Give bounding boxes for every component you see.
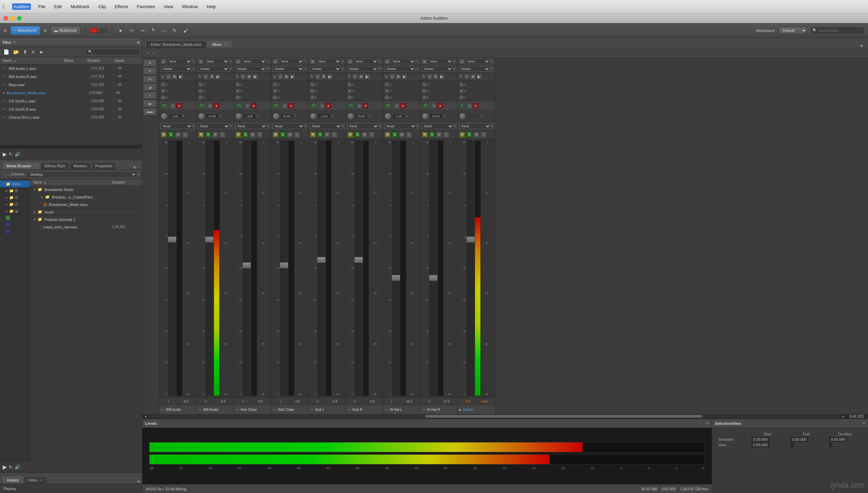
fx-edit-4[interactable]: ▶: [290, 74, 295, 79]
routing-record-9[interactable]: ●: [473, 103, 478, 109]
folder-music[interactable]: ► 📁 music: [31, 208, 142, 216]
insert-btn-3-8[interactable]: ○: [422, 95, 427, 100]
insert-btn-3-5[interactable]: ○: [310, 95, 315, 100]
tab-mixer[interactable]: Mixer ✕: [207, 41, 232, 48]
pan-arrow-6[interactable]: ▼: [368, 115, 371, 118]
search-input[interactable]: [810, 27, 865, 34]
fx-edit-8[interactable]: ▶: [439, 74, 445, 79]
tree-item-gi[interactable]: ► 📁 gi: [0, 208, 30, 214]
pan-value-5[interactable]: L100: [318, 114, 330, 119]
fader-track-6[interactable]: [355, 140, 362, 396]
tree-item-d1[interactable]: ► 📁 D: [0, 194, 30, 201]
pan-knob-8[interactable]: [422, 113, 429, 120]
media-loop-button[interactable]: ↻: [9, 464, 13, 470]
route-select-9[interactable]: Master: [459, 66, 490, 72]
levels-close[interactable]: ✕: [706, 421, 709, 425]
list-item[interactable]: ++ CH Synth.R.wav 2:58.000 44: [0, 105, 142, 113]
send-select-6[interactable]: None: [353, 59, 378, 64]
waveform-button[interactable]: ~ Waveform: [11, 26, 40, 35]
cursor-tool-icon[interactable]: ┖: [150, 27, 156, 34]
fx-add-3[interactable]: ▼: [246, 74, 252, 79]
fx-add-5[interactable]: ▼: [321, 74, 327, 79]
fx-toggle-3[interactable]: fx: [250, 132, 256, 138]
fx-toggle-5[interactable]: fx: [324, 132, 330, 138]
routing-record-3[interactable]: ●: [251, 103, 256, 109]
fx-add-2[interactable]: ▼: [209, 74, 215, 79]
pan-value-1[interactable]: L100: [169, 114, 181, 119]
menu-help[interactable]: Help: [205, 3, 217, 10]
tab-editor[interactable]: Editor: Breakdown_Mode.sesx: [146, 41, 206, 48]
view-end[interactable]: [790, 442, 794, 448]
input-btn-4[interactable]: I: [294, 132, 300, 138]
menu-window[interactable]: Window: [181, 3, 199, 10]
fader-handle-7[interactable]: [392, 275, 400, 281]
scroll-thumb[interactable]: [425, 415, 702, 418]
inserts-btn[interactable]: ⟳: [143, 67, 157, 75]
pan-arrow-7[interactable]: ▼: [406, 115, 408, 118]
routing-power-3[interactable]: ○: [245, 103, 250, 109]
mute-btn-5[interactable]: M: [310, 132, 316, 138]
fx-edit-3[interactable]: ▶: [253, 74, 258, 79]
solo-btn-9[interactable]: S: [466, 132, 472, 138]
routing-power-4[interactable]: ○: [282, 103, 288, 109]
solo-btn-6[interactable]: S: [354, 132, 360, 138]
routing-record-6[interactable]: ●: [363, 103, 368, 109]
auto-btn[interactable]: ☼: [143, 92, 157, 99]
insert-btn-1-4[interactable]: ○: [273, 82, 277, 87]
workspace-select[interactable]: Default: [779, 27, 807, 34]
move-tool-icon[interactable]: ➤: [117, 27, 124, 34]
mute-btn-7[interactable]: M: [384, 132, 391, 138]
auto-select-3[interactable]: Read: [235, 123, 267, 129]
list-item[interactable]: ● Breakdown_Mode.sesx 3:03.869 44: [0, 89, 142, 97]
fx-power-6[interactable]: ○: [352, 74, 358, 79]
fader-track-3[interactable]: [243, 140, 250, 396]
scroll-track[interactable]: [149, 415, 841, 418]
fx-power-8[interactable]: ○: [427, 74, 432, 79]
pan-value-9[interactable]: [467, 116, 479, 117]
pan-value-4[interactable]: R100: [281, 114, 293, 119]
fader-handle-1[interactable]: [168, 236, 177, 243]
fx-power-4[interactable]: ○: [278, 74, 283, 79]
send-select-7[interactable]: None: [391, 59, 415, 64]
fx-toggle-7[interactable]: fx: [399, 132, 405, 138]
routing-power-5[interactable]: ○: [319, 103, 325, 109]
input-btn-2[interactable]: I: [219, 132, 225, 138]
tab-effects-rack[interactable]: Effects Rack: [41, 162, 69, 169]
menu-clip[interactable]: Clip: [97, 3, 107, 10]
ms-left-btn[interactable]: ▬: [143, 100, 157, 107]
routing-power-6[interactable]: ○: [357, 103, 362, 109]
route-select-6[interactable]: Master: [347, 66, 378, 72]
editor-panel-expand[interactable]: ◀: [857, 43, 865, 48]
list-item[interactable]: ++ Bass.wav 3:01.925 44: [0, 81, 142, 89]
input-btn-1[interactable]: I: [182, 132, 188, 138]
route-select-5[interactable]: Master: [310, 66, 341, 72]
tab-history[interactable]: History: [3, 476, 23, 483]
fx-add-9[interactable]: ▼: [470, 74, 476, 79]
solo-btn-5[interactable]: S: [317, 132, 323, 138]
fader-handle-3[interactable]: [242, 262, 251, 268]
media-panel-add[interactable]: +: [137, 165, 139, 169]
multitrack-button[interactable]: ▬ Multitrack: [51, 26, 80, 35]
play-button[interactable]: ▶: [3, 151, 7, 157]
bypass-icon-7[interactable]: ⌀: [384, 59, 390, 64]
tree-item-7[interactable]: [0, 228, 30, 235]
pan-arrow-2[interactable]: ▼: [219, 115, 222, 118]
selection-panel-close[interactable]: ✕: [863, 421, 865, 425]
fader-track-8[interactable]: [429, 140, 437, 396]
fx-add-4[interactable]: ▼: [284, 74, 289, 79]
send-select-8[interactable]: None: [428, 59, 453, 64]
routing-power-1[interactable]: ○: [170, 103, 176, 109]
insert-btn-3-1[interactable]: ○: [161, 95, 165, 100]
tab-media-browser[interactable]: Media Browser ✕: [3, 162, 40, 169]
mixer-scrollbar[interactable]: ◄ ► 0:41.021: [142, 414, 868, 418]
insert-btn-3-9[interactable]: ○: [459, 95, 464, 100]
sends-btn[interactable]: fx: [143, 59, 157, 67]
insert-btn-1-5[interactable]: ○: [310, 82, 315, 87]
list-item[interactable]: ++ 808 Audio.L.wav 2:47.153 44: [0, 64, 142, 73]
route-select-8[interactable]: Master: [422, 66, 453, 72]
solo-btn-7[interactable]: S: [392, 132, 398, 138]
razor-tool-icon[interactable]: ♾: [128, 27, 136, 34]
import-button[interactable]: ⬆: [22, 49, 28, 55]
menu-edit[interactable]: Edit: [53, 3, 63, 10]
routing-record-4[interactable]: ●: [288, 103, 294, 109]
